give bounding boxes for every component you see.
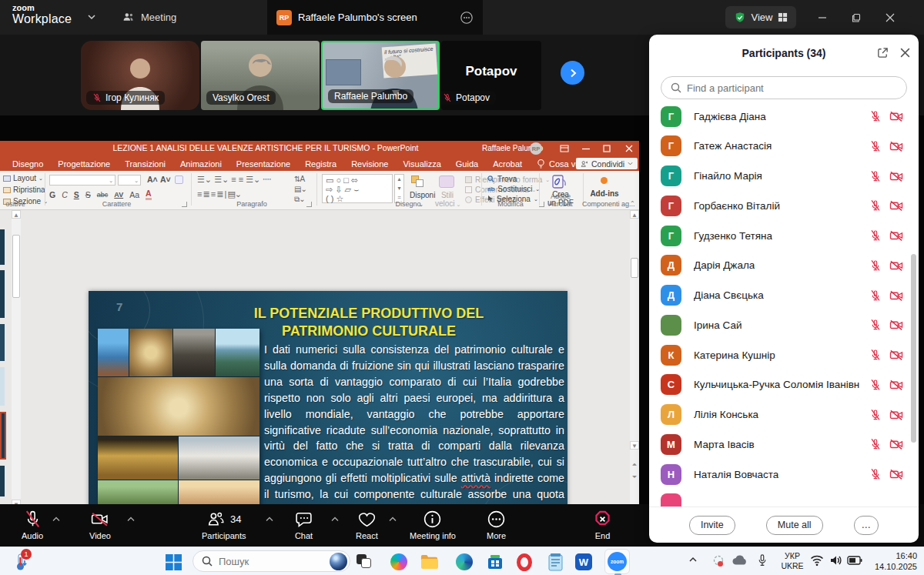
ppt-tab-presentazione[interactable]: Presentazione — [236, 159, 290, 169]
ppt-tab-revisione[interactable]: Revisione — [351, 159, 388, 169]
next-slide-button[interactable]: ⏷ — [630, 473, 639, 483]
language-indicator[interactable]: УКР UKRE — [776, 551, 808, 571]
meeting-info-button[interactable]: Meeting info — [410, 510, 456, 540]
slide-thumbnail-selected[interactable] — [0, 412, 6, 460]
end-button[interactable]: End — [593, 510, 612, 540]
scrollbar-thumb[interactable] — [631, 258, 638, 278]
mute-all-button[interactable]: Mute all — [766, 516, 823, 535]
volume-icon[interactable] — [829, 554, 843, 567]
chat-button[interactable]: Chat — [294, 510, 313, 540]
ppt-tab-registra[interactable]: Registra — [305, 159, 336, 169]
strikethrough-button[interactable]: S — [85, 190, 91, 199]
next-videos-button[interactable] — [561, 61, 584, 85]
mic-tray-icon[interactable] — [757, 553, 768, 568]
footer-more-button[interactable]: … — [854, 516, 879, 535]
task-view-icon[interactable] — [354, 552, 374, 572]
participant-row[interactable]: ГГатеж Анастасія — [657, 134, 911, 159]
more-button[interactable]: More — [487, 510, 506, 540]
participant-row[interactable]: ГГінайло Марія — [657, 164, 911, 189]
slide-thumbnail[interactable] — [0, 324, 5, 361]
shape-gallery-more[interactable]: ▴▾= — [394, 174, 404, 203]
close-icon[interactable] — [875, 0, 906, 35]
reset-slide-button[interactable]: Ripristina — [3, 186, 45, 194]
participant-row[interactable]: Ірина Сай — [657, 313, 911, 337]
weather-widget-icon[interactable]: 1 — [11, 552, 31, 572]
panel-scrollbar[interactable] — [911, 254, 916, 443]
edge-icon[interactable] — [454, 552, 474, 572]
grow-font-button[interactable]: A˄ — [147, 175, 158, 184]
italic-button[interactable]: C — [62, 190, 68, 199]
tab-shared-screen[interactable]: RP Raffaele Palumbo's screen — [267, 0, 483, 35]
chevron-down-icon[interactable] — [86, 12, 97, 22]
participant-row[interactable]: ГГудзенко Тетяна — [657, 223, 911, 248]
video-tile-potapov[interactable]: Potapov Potapov — [441, 41, 541, 110]
ppt-tab-animazioni[interactable]: Animazioni — [180, 159, 222, 169]
ppt-close-icon[interactable] — [625, 145, 633, 152]
tab-meeting[interactable]: Meeting — [122, 0, 176, 35]
slide-thumbnail[interactable] — [0, 466, 5, 496]
previous-slide-button[interactable]: ⏶ — [630, 460, 639, 470]
start-button[interactable] — [163, 552, 183, 572]
video-button[interactable]: Video — [89, 510, 111, 540]
copilot-icon[interactable] — [389, 552, 409, 572]
ppt-tab-transizioni[interactable]: Transizioni — [125, 159, 166, 169]
video-options-chevron[interactable] — [127, 516, 135, 523]
shape-gallery[interactable]: ▭ ○ □ ⬄⇨ ⇩ ▱ ⌣( ) ☆ — [322, 174, 393, 203]
slide-thumbnail[interactable] — [0, 229, 5, 265]
bold-button[interactable]: G — [49, 190, 55, 199]
battery-icon[interactable] — [847, 556, 862, 565]
slide-canvas[interactable]: 7 IL POTENZIALE PRODUTTIVO DEL PATRIMONI… — [89, 291, 567, 508]
ppt-tab-guida[interactable]: Guida — [456, 159, 478, 169]
zoom-app-icon[interactable]: zoom — [604, 549, 630, 574]
ppt-minimize-icon[interactable] — [582, 148, 590, 150]
layout-button[interactable]: Layout⌄ — [3, 174, 43, 182]
participant-row[interactable]: ККатерина Кушнір — [657, 343, 911, 367]
view-button[interactable]: View — [725, 6, 796, 28]
quick-styles-icon[interactable] — [439, 176, 454, 188]
ellipsis-icon[interactable] — [460, 11, 474, 25]
collapse-ribbon-icon[interactable]: ⌃ — [630, 200, 635, 207]
find-button[interactable]: Trova — [487, 175, 517, 183]
taskbar-search-input[interactable] — [219, 556, 319, 567]
audio-options-chevron[interactable] — [52, 516, 60, 523]
react-options-chevron[interactable] — [389, 516, 397, 523]
participant-row[interactable]: ГГаджієва Діана — [657, 104, 911, 129]
popout-icon[interactable] — [876, 46, 889, 59]
font-size-select[interactable]: ⌄ — [118, 175, 141, 186]
video-tile-vasylko[interactable]: Vasylko Orest — [201, 41, 320, 110]
font-dialog-launcher[interactable] — [182, 202, 187, 207]
close-panel-icon[interactable] — [899, 47, 911, 59]
share-button[interactable]: Condividi — [576, 158, 638, 169]
slide-thumbnail[interactable] — [0, 367, 5, 406]
text-shadow-button[interactable]: abc — [97, 191, 109, 199]
slide-thumbnail[interactable] — [0, 270, 5, 318]
ppt-tab-disegno[interactable]: Disegno — [12, 159, 43, 169]
paragraph-dialog-launcher[interactable] — [306, 202, 312, 207]
participant-search[interactable] — [661, 76, 907, 99]
participants-options-chevron[interactable] — [266, 516, 273, 523]
addins-button[interactable]: Add-ins — [587, 189, 622, 198]
replace-button[interactable]: abSostituisci⌄ — [487, 185, 540, 193]
audio-button[interactable]: Audio — [22, 510, 43, 540]
taskbar-search[interactable] — [192, 550, 350, 572]
participant-row[interactable] — [657, 492, 911, 506]
participant-row[interactable]: ННаталія Вовчаста — [657, 462, 911, 486]
participants-button[interactable]: 34 Participants — [202, 510, 246, 540]
ppt-tab-acrobat[interactable]: Acrobat — [493, 159, 522, 169]
shrink-font-button[interactable]: A˅ — [160, 175, 171, 184]
notepad-icon[interactable] — [545, 552, 565, 572]
ppt-tab-visualizza[interactable]: Visualizza — [403, 159, 440, 169]
font-color-button[interactable]: A — [146, 189, 152, 200]
react-button[interactable]: React — [356, 510, 378, 540]
participant-row[interactable]: ДДіана Свєцька — [657, 283, 911, 308]
opera-icon[interactable] — [514, 552, 534, 572]
tray-chevron-up-icon[interactable] — [688, 554, 698, 565]
paragraph-row1-icons[interactable]: ☰⌄ ☰⌄ ≡ ≡ ☰⌄ ᠁ — [197, 175, 271, 185]
thumbnail-scrollbar[interactable]: ▲ ▼ — [12, 210, 21, 508]
recording-tray-icon[interactable] — [711, 554, 725, 568]
ppt-tab-progettazione[interactable]: Progettazione — [58, 159, 110, 169]
participant-row[interactable]: ГГорбаєнко Віталій — [657, 193, 911, 218]
scrollbar-thumb[interactable] — [12, 235, 20, 298]
microsoft-store-icon[interactable] — [485, 552, 505, 572]
arrange-icon[interactable] — [411, 176, 428, 189]
